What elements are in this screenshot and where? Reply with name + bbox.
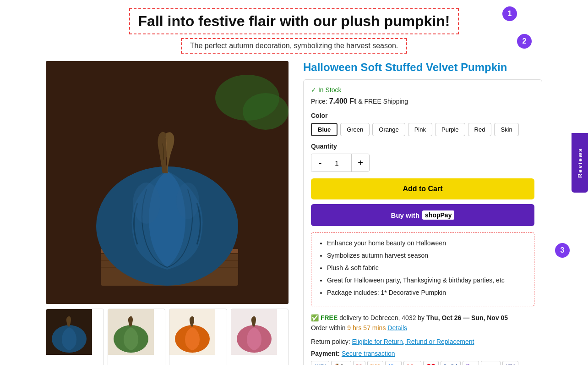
delivery-dates: Thu, Oct 26 — Sun, Nov 05 <box>426 314 508 321</box>
in-stock-status: ✓ In Stock <box>311 86 534 94</box>
details-link[interactable]: Details <box>387 324 407 332</box>
quantity-control: - + <box>311 154 370 172</box>
features-list: Enhance your home beauty on Halloween Sy… <box>319 238 527 298</box>
payment-label: Payment: <box>311 350 340 357</box>
payment-discover: DISC <box>367 361 384 365</box>
annotation-badge-3: 3 <box>555 243 570 258</box>
quantity-section: Quantity - + <box>311 143 534 172</box>
payment-shop: Shop <box>463 361 479 365</box>
feature-2: Symbolizes autumn harvest season <box>327 251 527 260</box>
color-btn-blue[interactable]: Blue <box>311 123 338 136</box>
price-value: 7.400 Ft <box>329 97 357 105</box>
buy-now-button[interactable]: Buy with shopPay <box>311 204 534 226</box>
thumbnail-4[interactable] <box>231 309 289 365</box>
payment-meta: f Pay <box>385 361 402 365</box>
return-policy: Return policy: Eligible for Return, Refu… <box>311 338 534 345</box>
color-section: Color Blue Green Orange Pink Purple Red … <box>311 112 534 136</box>
color-buttons: Blue Green Orange Pink Purple Red Skin <box>311 123 534 136</box>
top-banner: Fall into festive flair with our plush p… <box>0 0 588 56</box>
color-btn-green[interactable]: Green <box>340 123 370 136</box>
order-within-label: Order within <box>311 324 345 332</box>
svg-point-11 <box>176 182 199 219</box>
product-title: Halloween Soft Stuffed Velvet Pumpkin <box>303 61 542 74</box>
banner-subheading: The perfect autumn decoration, symbolizi… <box>181 38 407 54</box>
thumbnail-grid <box>46 309 289 365</box>
color-btn-skin[interactable]: Skin <box>494 123 518 136</box>
svg-point-3 <box>243 93 289 130</box>
payment-icons: AMEX 🍎 Pay DC DISC f Pay G Pay ⬤⬤ PayPal… <box>311 361 534 365</box>
svg-point-10 <box>133 182 160 224</box>
payment-row: Payment: Secure transaction <box>311 350 534 357</box>
free-shipping-label: & FREE Shipping <box>358 98 408 105</box>
color-btn-red[interactable]: Red <box>468 123 492 136</box>
order-within-time: 9 hrs 57 mins <box>347 324 386 332</box>
check-icon: ✅ <box>311 314 319 321</box>
main-content: Halloween Soft Stuffed Velvet Pumpkin ✓ … <box>0 56 588 365</box>
reviews-tab-label: Reviews <box>577 148 583 178</box>
thumbnail-1[interactable] <box>46 309 104 365</box>
price-line: Price: 7.400 Ft & FREE Shipping <box>311 97 534 105</box>
color-label: Color <box>311 112 534 119</box>
thumbnail-2[interactable] <box>108 309 166 365</box>
shop-pay-logo: shopPay <box>422 210 454 220</box>
return-policy-label: Return policy: <box>311 338 350 345</box>
payment-amex: AMEX <box>311 361 329 365</box>
reviews-tab[interactable]: Reviews <box>572 133 588 193</box>
add-to-cart-button[interactable]: Add to Cart <box>311 178 534 199</box>
color-btn-pink[interactable]: Pink <box>408 123 432 136</box>
payment-diners: DC <box>353 361 365 365</box>
delivery-text: delivery to Debrecen, 4032 by <box>339 314 425 321</box>
delivery-box: ✅ FREE delivery to Debrecen, 4032 by Thu… <box>311 313 534 333</box>
payment-mastercard: ⬤⬤ <box>423 361 439 365</box>
price-label: Price: <box>311 98 327 105</box>
feature-4: Great for Halloween party, Thanksgiving … <box>327 276 527 285</box>
quantity-plus-button[interactable]: + <box>352 154 369 171</box>
feature-1: Enhance your home beauty on Halloween <box>327 238 527 248</box>
right-column: Halloween Soft Stuffed Velvet Pumpkin ✓ … <box>303 61 542 365</box>
return-policy-link[interactable]: Eligible for Return, Refund or Replaceme… <box>352 338 474 345</box>
payment-visa: VISA <box>502 361 518 365</box>
features-box: Enhance your home beauty on Halloween Sy… <box>311 232 534 306</box>
feature-3: Plush & soft fabric <box>327 263 527 273</box>
buy-now-label: Buy with <box>391 211 420 219</box>
annotation-badge-1: 1 <box>502 6 517 21</box>
left-column <box>46 61 289 365</box>
delivery-free-label: FREE <box>321 314 338 321</box>
banner-heading: Fall into festive flair with our plush p… <box>129 8 459 34</box>
color-btn-purple[interactable]: Purple <box>435 123 465 136</box>
payment-paypal: PayPal <box>441 361 461 365</box>
color-btn-orange[interactable]: Orange <box>372 123 405 136</box>
quantity-input[interactable] <box>329 154 352 171</box>
secure-transaction-link[interactable]: Secure transaction <box>342 350 395 357</box>
product-info-box: ✓ In Stock Price: 7.400 Ft & FREE Shippi… <box>303 79 542 365</box>
payment-googlepay: G Pay <box>403 361 422 365</box>
feature-5: Package includes: 1* Decorative Pumpkin <box>327 288 527 298</box>
quantity-label: Quantity <box>311 143 534 150</box>
payment-applepay: 🍎 Pay <box>331 361 351 365</box>
payment-venmo: venmo <box>481 361 501 365</box>
annotation-badge-2: 2 <box>517 34 532 49</box>
quantity-minus-button[interactable]: - <box>311 154 329 171</box>
thumbnail-3[interactable] <box>169 309 227 365</box>
main-product-image <box>46 61 289 304</box>
